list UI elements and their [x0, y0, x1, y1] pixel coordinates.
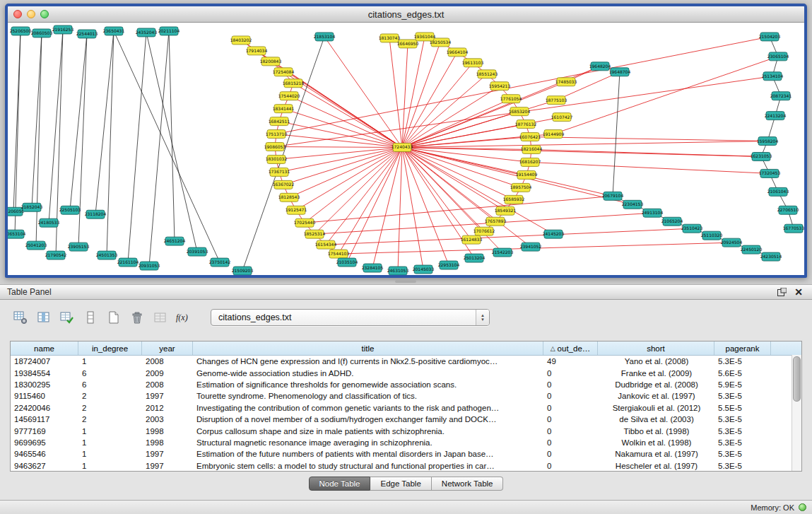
network-edge[interactable] [531, 149, 761, 156]
network-edge[interactable] [305, 148, 402, 223]
network-node[interactable]: 22304153 [622, 200, 644, 209]
network-node[interactable]: 20679104 [602, 192, 624, 200]
network-node[interactable]: 21852043 [21, 203, 43, 211]
network-edge[interactable] [553, 57, 778, 134]
column-header-short[interactable]: short [598, 341, 714, 355]
column-header-title[interactable]: title [193, 341, 543, 355]
network-node[interactable]: 19086053 [264, 143, 286, 151]
scrollbar-thumb[interactable] [793, 356, 801, 402]
network-edge[interactable] [70, 34, 87, 210]
table-row[interactable]: 1456911722003Disruption of a novel membe… [11, 414, 801, 425]
network-node[interactable]: 17076612 [473, 227, 495, 235]
network-node[interactable]: 21035104 [336, 258, 358, 267]
network-edge[interactable] [32, 33, 42, 207]
network-edge[interactable] [402, 63, 473, 148]
network-edge[interactable] [289, 96, 402, 148]
network-node[interactable]: 22161104 [117, 258, 139, 267]
network-edge[interactable] [128, 33, 146, 262]
network-node[interactable]: 19613103 [462, 59, 484, 67]
network-node[interactable]: 20872341 [770, 92, 792, 100]
network-edge[interactable] [326, 148, 402, 245]
table-vertical-scrollbar[interactable] [792, 355, 801, 471]
network-node[interactable]: 24651204 [164, 237, 186, 245]
network-node[interactable]: 18128543 [278, 193, 300, 201]
network-node[interactable]: 22505103 [59, 206, 81, 214]
network-node[interactable]: 16367022 [273, 180, 295, 189]
network-node[interactable]: 20924504 [721, 238, 743, 247]
network-node[interactable]: 17240433 [392, 144, 413, 152]
network-node[interactable]: 23750142 [209, 258, 231, 267]
table-mode-icon[interactable] [11, 308, 30, 327]
show-columns-icon[interactable] [35, 308, 53, 327]
tab-network-table[interactable]: Network Table [432, 477, 504, 491]
network-node[interactable]: 20145033 [413, 265, 435, 274]
network-node[interactable]: 25013204 [464, 254, 486, 262]
float-panel-icon[interactable] [775, 286, 788, 298]
network-node[interactable]: 20860503 [31, 29, 53, 37]
network-edge[interactable] [296, 148, 402, 211]
network-node[interactable]: 16585932 [503, 195, 525, 204]
network-node[interactable]: 22706510 [777, 206, 799, 214]
network-edge[interactable] [149, 31, 169, 266]
table-row[interactable]: 946554611997Estimation of the future num… [11, 448, 801, 460]
network-edge[interactable] [613, 72, 620, 197]
table-row[interactable]: 969969511998Structural magnetic resonanc… [11, 437, 801, 448]
network-node[interactable]: 24145203 [543, 230, 565, 238]
table-row[interactable]: 2242004622012Investigating the contribut… [11, 402, 801, 414]
network-node[interactable]: 17544020 [278, 92, 300, 100]
network-edge[interactable] [146, 33, 197, 252]
network-node[interactable]: 19664104 [447, 48, 469, 57]
import-table-icon[interactable] [151, 308, 170, 327]
network-node[interactable]: 25206500 [10, 27, 32, 35]
network-node[interactable]: 24913104 [642, 209, 664, 217]
network-node[interactable]: 16076421 [519, 133, 541, 141]
tab-node-table[interactable]: Node Table [309, 477, 371, 491]
table-row[interactable]: 1830029562008Estimation of significance … [11, 379, 801, 390]
network-edge[interactable] [36, 33, 42, 245]
network-edge[interactable] [289, 148, 402, 198]
network-node[interactable]: 17761054 [500, 95, 522, 103]
network-node[interactable]: 21853104 [314, 33, 336, 41]
network-node[interactable]: 19361044 [414, 33, 436, 41]
network-edge[interactable] [169, 31, 175, 241]
network-edge[interactable] [326, 228, 692, 245]
network-edge[interactable] [305, 196, 613, 223]
network-node[interactable]: 17485033 [555, 78, 577, 86]
network-edge[interactable] [530, 137, 767, 141]
network-edge[interactable] [324, 37, 402, 148]
network-node[interactable]: 20653104 [8, 230, 25, 238]
network-node[interactable]: 15958204 [757, 137, 779, 146]
network-edge[interactable] [283, 109, 402, 148]
network-node[interactable]: 18341441 [273, 105, 295, 113]
network-node[interactable]: 23510423 [681, 224, 703, 233]
function-builder-icon[interactable]: f(x) [175, 308, 193, 327]
network-edge[interactable] [15, 31, 20, 234]
network-edge[interactable] [372, 148, 402, 269]
network-edge[interactable] [276, 37, 770, 134]
network-node[interactable]: 16853204 [509, 107, 531, 116]
network-edge[interactable] [402, 42, 440, 148]
network-node[interactable]: 21504203 [759, 33, 781, 41]
network-edge[interactable] [402, 148, 449, 266]
network-node[interactable]: 18551243 [476, 70, 498, 78]
network-node[interactable]: 21061043 [767, 187, 789, 196]
row-options-icon[interactable] [81, 308, 100, 327]
network-node[interactable]: 25110320 [701, 231, 723, 240]
network-node[interactable]: 23284105 [362, 264, 384, 272]
column-header-in_degree[interactable]: in_degree [78, 341, 142, 355]
network-edge[interactable] [347, 148, 402, 263]
column-header-year[interactable]: year [142, 341, 193, 355]
network-node[interactable]: 21916253 [52, 25, 74, 34]
network-node[interactable]: 18549321 [495, 206, 517, 215]
network-node[interactable]: 16815218 [283, 79, 305, 88]
network-node[interactable]: 24352043 [136, 28, 158, 37]
network-node[interactable]: 17254084 [273, 68, 295, 76]
table-source-dropdown[interactable]: citations_edges.txt ▲▼ [211, 309, 490, 326]
network-node[interactable]: 21509203 [232, 267, 254, 275]
table-row[interactable]: 977716911998Corpus callosum shape and si… [11, 425, 801, 436]
network-node[interactable]: 16842511 [269, 117, 290, 126]
network-node[interactable]: 17544103 [328, 250, 350, 258]
network-node[interactable]: 22413204 [765, 112, 787, 120]
network-node[interactable]: 16770533 [783, 224, 804, 233]
network-node[interactable]: 17513710 [266, 130, 288, 139]
